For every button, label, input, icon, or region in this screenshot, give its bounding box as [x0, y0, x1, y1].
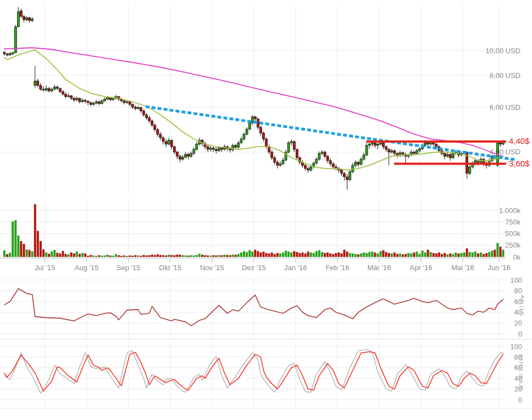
- volume-bar: [315, 251, 318, 257]
- candle-down: [341, 170, 343, 173]
- candle-down: [90, 103, 92, 104]
- candle-down: [324, 152, 326, 156]
- volume-bar: [371, 251, 373, 257]
- volume-bar: [45, 253, 47, 257]
- volume-bar: [435, 254, 437, 257]
- volume-bar: [104, 255, 106, 257]
- stock-chart-canvas[interactable]: 10,00 USD8,00 USD6,00 USD4,00 USD1.000k7…: [0, 0, 532, 420]
- candle-down: [444, 154, 446, 156]
- volume-bar: [404, 254, 407, 257]
- volume-bar: [346, 251, 348, 257]
- volume-bar: [313, 253, 315, 257]
- volume-bar: [204, 255, 206, 257]
- volume-bar: [296, 252, 298, 257]
- volume-bar: [298, 253, 301, 257]
- candle-down: [179, 156, 181, 159]
- volume-bar: [68, 254, 70, 257]
- candle-up: [452, 154, 454, 158]
- stoch-axis-label: 0: [518, 396, 522, 404]
- candle-up: [418, 149, 420, 151]
- volume-bar: [418, 254, 420, 257]
- candle-down: [62, 92, 64, 94]
- volume-bar: [441, 254, 443, 257]
- volume-bar: [474, 251, 476, 257]
- stock-chart-widget[interactable]: 10,00 USD8,00 USD6,00 USD4,00 USD1.000k7…: [0, 0, 532, 420]
- volume-bar: [137, 255, 139, 257]
- volume-bar: [115, 254, 117, 257]
- volume-bar: [349, 253, 351, 257]
- candle-up: [368, 144, 370, 145]
- volume-bar: [207, 255, 209, 257]
- volume-bar: [265, 253, 268, 257]
- volume-bar: [157, 254, 159, 257]
- stoch-axis-title: SSTOC (5,5,3): [518, 354, 524, 390]
- candle-down: [435, 144, 437, 147]
- candle-down: [229, 149, 231, 150]
- candle-up: [9, 53, 11, 55]
- volume-bar: [201, 255, 203, 257]
- candle-down: [59, 88, 61, 92]
- volume-bar: [402, 254, 404, 257]
- volume-bar: [494, 250, 496, 257]
- volume-bar: [198, 254, 201, 257]
- volume-bar: [9, 253, 11, 257]
- volume-bar: [391, 254, 393, 257]
- month-label: Aug '15: [75, 264, 99, 272]
- candle-up: [380, 143, 382, 144]
- volume-bar: [388, 253, 390, 257]
- volume-bar: [352, 254, 354, 257]
- volume-bar: [326, 253, 329, 257]
- candle-down: [20, 11, 22, 16]
- volume-bar: [123, 255, 125, 257]
- candle-down: [162, 138, 164, 142]
- candle-down: [65, 94, 67, 97]
- volume-bar: [307, 251, 309, 257]
- candle-down: [79, 98, 81, 102]
- rsi-axis-label: 0: [518, 330, 522, 338]
- volume-bar: [59, 254, 61, 257]
- volume-bar: [240, 253, 242, 257]
- candle-down: [173, 147, 175, 152]
- candle-down: [413, 152, 415, 154]
- candle-down: [276, 163, 279, 166]
- volume-bar: [394, 253, 396, 257]
- volume-bar: [212, 255, 214, 257]
- volume-bar: [279, 254, 281, 257]
- month-label: Jul '15: [35, 264, 55, 272]
- volume-bar: [321, 252, 323, 257]
- volume-bar: [98, 255, 100, 257]
- candle-down: [449, 154, 451, 158]
- volume-bar: [282, 253, 284, 257]
- candle-up: [360, 159, 362, 164]
- candle-down: [176, 152, 178, 156]
- volume-bar: [51, 251, 53, 257]
- volume-bar: [427, 250, 429, 257]
- candle-up: [365, 145, 368, 155]
- volume-bar: [34, 204, 36, 257]
- candle-up: [104, 99, 106, 101]
- volume-bar: [415, 251, 418, 257]
- volume-bar: [407, 253, 409, 257]
- candle-up: [315, 159, 318, 163]
- price-axis-label: 8,00 USD: [490, 71, 520, 80]
- volume-bar: [126, 256, 128, 257]
- candle-down: [329, 161, 331, 164]
- volume-bar: [17, 236, 19, 257]
- volume-bar: [461, 253, 463, 257]
- volume-bar: [446, 254, 448, 257]
- volume-bar: [185, 255, 187, 257]
- candle-up: [363, 155, 365, 159]
- volume-bar: [3, 250, 5, 257]
- gridlines: [0, 4, 532, 409]
- volume-bar: [318, 250, 320, 257]
- volume-bar: [229, 255, 231, 257]
- candle-down: [307, 169, 309, 170]
- volume-bar: [118, 255, 120, 257]
- volume-bar: [380, 251, 382, 257]
- month-label: Sep '15: [117, 264, 141, 272]
- volume-bar: [148, 255, 151, 257]
- candle-down: [148, 118, 151, 121]
- candle-down: [343, 173, 346, 177]
- volume-bar: [491, 251, 493, 257]
- candle-up: [209, 148, 212, 149]
